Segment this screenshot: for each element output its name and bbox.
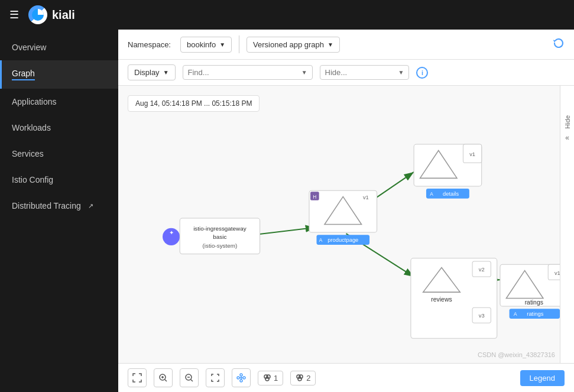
svg-point-12 bbox=[243, 377, 245, 379]
details-badge-label: details bbox=[443, 191, 459, 197]
reviews-v3-text: v3 bbox=[479, 313, 485, 319]
sidebar-item-workloads[interactable]: Workloads bbox=[0, 115, 118, 141]
sidebar-item-label: Services bbox=[12, 149, 44, 158]
gateway-icon: ✦ bbox=[169, 229, 174, 236]
content-area: Namespace: bookinfo ▼ Versioned app grap… bbox=[118, 30, 574, 392]
refresh-button[interactable] bbox=[553, 37, 565, 52]
reviews-label: reviews bbox=[431, 296, 452, 303]
secondary-toolbar: Display ▼ ▼ ▼ i bbox=[118, 60, 574, 86]
info-icon[interactable]: i bbox=[416, 67, 428, 79]
sidebar-item-label: Graph bbox=[12, 69, 35, 80]
external-link-icon: ↗ bbox=[88, 202, 93, 210]
gateway-label-3: (istio-system) bbox=[203, 242, 238, 249]
graph-type-value: Versioned app graph bbox=[253, 40, 324, 49]
toolbar-divider bbox=[239, 35, 239, 53]
helm-badge-text: H bbox=[313, 194, 316, 200]
layout-button[interactable] bbox=[232, 368, 251, 387]
graph-type-dropdown[interactable]: Versioned app graph ▼ bbox=[247, 37, 340, 53]
svg-line-6 bbox=[165, 380, 167, 381]
bottom-toolbar: 1 2 Legend bbox=[118, 363, 574, 392]
ratings-badge-label: ratings bbox=[527, 311, 543, 317]
version-v1: v1 bbox=[363, 195, 369, 200]
reviews-v2-text: v2 bbox=[479, 267, 485, 273]
find-input-container[interactable]: ▼ bbox=[183, 65, 313, 80]
app-title: kiali bbox=[52, 8, 75, 22]
sidebar-item-label: Overview bbox=[12, 43, 46, 52]
hide-input-container[interactable]: ▼ bbox=[320, 65, 410, 80]
sidebar-item-distributed-tracing[interactable]: Distributed Tracing ↗ bbox=[0, 193, 118, 219]
badge-1-label: 1 bbox=[274, 374, 278, 383]
svg-point-11 bbox=[240, 374, 242, 376]
display-dropdown[interactable]: Display ▼ bbox=[128, 64, 176, 80]
fit-graph-button[interactable] bbox=[128, 368, 147, 387]
hide-chevron-icon[interactable]: « bbox=[565, 134, 569, 142]
top-navigation: ☰ kiali bbox=[0, 0, 574, 30]
fullscreen-button[interactable] bbox=[206, 368, 225, 387]
sidebar: Overview Graph Applications Workloads Se… bbox=[0, 30, 118, 392]
sidebar-item-label: Workloads bbox=[12, 123, 51, 132]
details-v1-text: v1 bbox=[469, 151, 475, 157]
namespace-dropdown[interactable]: bookinfo ▼ bbox=[180, 37, 232, 53]
zoom-out-button[interactable] bbox=[180, 368, 199, 387]
chevron-down-icon: ▼ bbox=[163, 69, 169, 76]
display-label: Display bbox=[134, 68, 160, 77]
sidebar-item-label: Applications bbox=[12, 97, 57, 106]
reviews-node[interactable]: reviews v2 v3 bbox=[411, 258, 497, 338]
namespace-badge-2-button[interactable]: 2 bbox=[290, 371, 316, 385]
namespace-value: bookinfo bbox=[187, 40, 216, 49]
productpage-badge-label: productpage bbox=[327, 237, 358, 243]
ratings-label-text: ratings bbox=[525, 299, 543, 306]
main-layout: Overview Graph Applications Workloads Se… bbox=[0, 30, 574, 392]
ratings-node[interactable]: v1 ratings A ratings bbox=[500, 264, 568, 319]
hide-input[interactable] bbox=[325, 68, 396, 77]
app-badge-a-text: A bbox=[319, 237, 323, 243]
badge-2-label: 2 bbox=[306, 374, 310, 383]
sidebar-item-label: Istio Config bbox=[12, 175, 53, 184]
chevron-down-icon: ▼ bbox=[219, 41, 225, 48]
chevron-down-icon: ▼ bbox=[327, 41, 333, 48]
primary-toolbar: Namespace: bookinfo ▼ Versioned app grap… bbox=[118, 30, 574, 60]
logo-container: kiali bbox=[28, 5, 75, 24]
sidebar-item-services[interactable]: Services bbox=[0, 141, 118, 167]
svg-line-9 bbox=[191, 380, 193, 381]
details-badge-a: A bbox=[430, 191, 433, 197]
sidebar-item-label: Distributed Tracing bbox=[12, 201, 81, 210]
hide-panel-label: Hide bbox=[564, 115, 571, 129]
legend-button[interactable]: Legend bbox=[520, 370, 565, 386]
hamburger-menu-icon[interactable]: ☰ bbox=[9, 8, 19, 21]
graph-svg: ✦ istio-ingressgateway basic (istio-syst… bbox=[118, 86, 574, 363]
sidebar-item-overview[interactable]: Overview bbox=[0, 34, 118, 60]
svg-point-10 bbox=[237, 377, 239, 379]
sidebar-item-applications[interactable]: Applications bbox=[0, 89, 118, 115]
find-input[interactable] bbox=[188, 68, 299, 77]
zoom-in-button[interactable] bbox=[154, 368, 173, 387]
sidebar-item-graph[interactable]: Graph bbox=[0, 60, 118, 89]
svg-point-13 bbox=[240, 380, 242, 382]
chevron-down-icon: ▼ bbox=[398, 69, 404, 76]
sidebar-item-istio-config[interactable]: Istio Config bbox=[0, 167, 118, 193]
timestamp-badge: Aug 14, 05:14:18 PM ... 05:15:18 PM bbox=[128, 95, 260, 112]
ratings-badge-a: A bbox=[514, 311, 517, 317]
productpage-node[interactable]: H v1 A productpage bbox=[309, 190, 377, 245]
gateway-label-2: basic bbox=[213, 234, 226, 241]
chevron-down-icon: ▼ bbox=[301, 69, 307, 76]
kiali-logo-icon bbox=[28, 5, 47, 24]
gateway-node[interactable]: ✦ istio-ingressgateway basic (istio-syst… bbox=[163, 218, 260, 254]
details-node[interactable]: v1 A details bbox=[414, 144, 482, 199]
gateway-label-1: istio-ingressgateway bbox=[193, 225, 247, 232]
namespace-label: Namespace: bbox=[128, 40, 171, 49]
watermark: CSDN @weixin_43827316 bbox=[478, 351, 555, 358]
hide-panel: Hide « bbox=[560, 86, 574, 363]
graph-canvas-area: Aug 14, 05:14:18 PM ... 05:15:18 PM bbox=[118, 86, 574, 363]
namespace-badge-1-button[interactable]: 1 bbox=[258, 371, 283, 385]
